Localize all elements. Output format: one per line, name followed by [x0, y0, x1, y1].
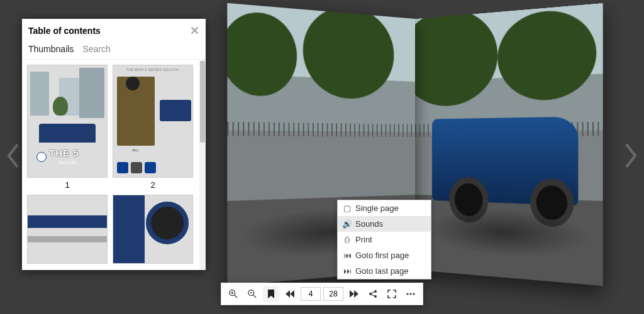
thumb-header: THE BMW 5 SERIES SALOON.	[113, 68, 192, 72]
thumbnail-2[interactable]: THE BMW 5 SERIES SALOON. ALL 2	[113, 65, 193, 190]
svg-point-7	[374, 290, 377, 293]
next-fast-button[interactable]	[346, 286, 362, 302]
prev-fast-button[interactable]	[282, 286, 298, 302]
zoom-out-button[interactable]	[244, 286, 260, 302]
toc-scrollbar[interactable]	[199, 60, 206, 270]
context-menu: ▢ Single page 🔊 Sounds ⎙ Print ⏮ Goto fi…	[337, 200, 431, 279]
current-page-input[interactable]: 4	[301, 287, 321, 301]
svg-point-9	[374, 295, 377, 298]
thumbnail-4[interactable]	[113, 195, 193, 264]
svg-point-13	[409, 293, 411, 295]
total-pages: 28	[323, 287, 343, 301]
menu-goto-last[interactable]: ⏭ Goto last page	[338, 263, 431, 279]
cover-subtitle: SALOON	[58, 160, 76, 165]
toc-button[interactable]	[263, 286, 279, 302]
menu-label: Single page	[355, 203, 399, 213]
toolbar: 4 28	[221, 283, 423, 305]
svg-line-11	[372, 295, 375, 296]
skip-last-icon: ⏭	[343, 266, 352, 276]
svg-point-14	[413, 293, 414, 295]
thumbnail-1[interactable]: THE 5 SALOON 1	[27, 65, 108, 190]
sound-icon: 🔊	[343, 219, 352, 229]
tab-thumbnails[interactable]: Thumbnails	[28, 44, 74, 54]
share-button[interactable]	[365, 286, 381, 302]
svg-point-12	[406, 293, 408, 295]
toc-panel: Table of contents ✕ Thumbnails Search TH…	[22, 19, 206, 270]
menu-print[interactable]: ⎙ Print	[338, 232, 431, 247]
close-icon[interactable]: ✕	[190, 24, 199, 38]
file-icon: ▢	[343, 203, 352, 213]
svg-line-10	[372, 292, 375, 294]
fullscreen-button[interactable]	[384, 286, 400, 302]
menu-goto-first[interactable]: ⏮ Goto first page	[338, 247, 431, 263]
toc-title: Table of contents	[28, 26, 101, 36]
menu-label: Goto first page	[355, 251, 409, 260]
menu-label: Print	[355, 235, 372, 244]
next-page-arrow[interactable]	[621, 143, 639, 171]
menu-label: Goto last page	[355, 266, 409, 276]
print-icon: ⎙	[343, 235, 352, 244]
tab-search[interactable]: Search	[82, 44, 110, 54]
prev-page-arrow[interactable]	[5, 143, 23, 171]
menu-sounds[interactable]: 🔊 Sounds	[338, 216, 431, 232]
menu-label: Sounds	[355, 219, 383, 229]
thumb-number: 2	[150, 180, 155, 190]
thumb-number: 1	[65, 180, 69, 190]
skip-first-icon: ⏮	[343, 251, 352, 260]
bmw-logo-icon	[36, 152, 47, 162]
more-button[interactable]	[402, 286, 419, 302]
thumbnail-3[interactable]	[27, 195, 108, 264]
page-right[interactable]	[415, 3, 603, 286]
svg-line-1	[235, 295, 237, 298]
menu-single-page[interactable]: ▢ Single page	[338, 200, 431, 216]
zoom-in-button[interactable]	[225, 286, 242, 302]
cover-title: THE 5	[49, 148, 79, 158]
svg-line-5	[253, 295, 256, 298]
